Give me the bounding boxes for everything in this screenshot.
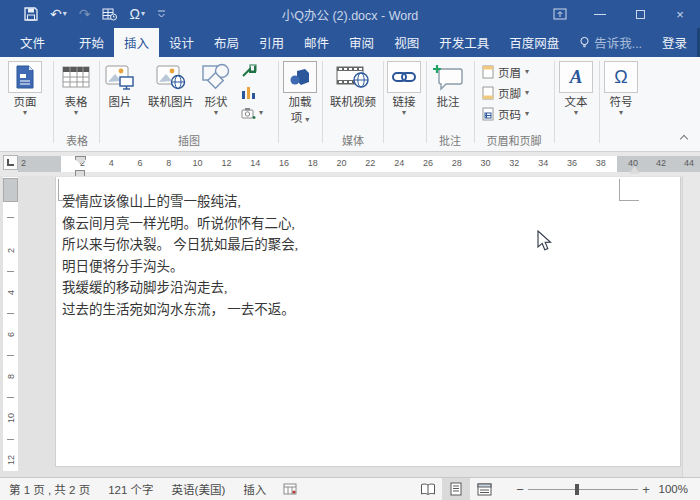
quick-access-toolbar: ↶ ▾ ↷ Ω ▾: [0, 1, 170, 27]
minimize-button[interactable]: [580, 0, 620, 28]
read-mode-button[interactable]: [414, 478, 442, 500]
symbol-caret-icon: ▾: [619, 109, 623, 117]
zoom-slider-track: [528, 489, 638, 490]
document-page[interactable]: 爱情应该像山上的雪一般纯洁,像云间月亮一样光明。听说你怀有二心,所以来与你决裂。…: [55, 177, 681, 467]
group-comments: 批注 批注: [428, 57, 472, 151]
customize-qat-button[interactable]: [153, 9, 170, 19]
macro-record-button[interactable]: [275, 483, 305, 495]
group-separator: [554, 61, 555, 143]
ruler-number: 4: [6, 271, 16, 313]
chart-button[interactable]: [241, 84, 256, 100]
insert-mode-indicator[interactable]: 插入: [234, 481, 275, 497]
vertical-ruler[interactable]: 24681012: [3, 177, 18, 471]
tab-review[interactable]: 审阅: [339, 28, 384, 57]
vertical-scrollbar[interactable]: [682, 176, 700, 477]
tell-me-box[interactable]: 告诉我...: [569, 28, 652, 57]
links-button[interactable]: 链接 ▾: [387, 61, 421, 117]
zoom-slider-thumb[interactable]: [575, 484, 579, 495]
illustrations-mini-buttons: ▾: [241, 63, 263, 121]
close-button[interactable]: ×: [660, 0, 700, 28]
text-button[interactable]: A 文本 ▾: [559, 61, 593, 117]
ruler-number: 40: [619, 158, 647, 168]
smartart-button[interactable]: [241, 63, 257, 79]
ruler-tick: [7, 355, 14, 356]
addins-label-line2-text: 项: [291, 112, 303, 124]
ruler-number: 12: [6, 439, 16, 477]
omega-icon: Ω: [129, 1, 139, 27]
picture-button[interactable]: 图片: [103, 61, 137, 109]
screenshot-caret-icon: ▾: [259, 109, 263, 117]
tab-baidu-netdisk[interactable]: 百度网盘: [499, 28, 569, 57]
tab-home[interactable]: 开始: [69, 28, 114, 57]
web-layout-button[interactable]: [470, 478, 498, 500]
paragraph[interactable]: 爱情应该像山上的雪一般纯洁,: [62, 191, 622, 213]
zoom-slider[interactable]: [528, 482, 638, 496]
paragraph[interactable]: 过去的生活宛如沟水东流， 一去不返。: [62, 299, 622, 321]
tab-stop-selector[interactable]: [3, 155, 18, 170]
page-indicator[interactable]: 第 1 页 , 共 2 页: [0, 481, 99, 497]
ruler-number: 20: [327, 158, 356, 168]
addins-caret-icon: ▾: [305, 115, 309, 124]
ruler-row: 2 2468101214161820222426283032343638 404…: [0, 152, 700, 176]
tab-references[interactable]: 引用: [249, 28, 294, 57]
collapse-ribbon-button[interactable]: [681, 136, 688, 143]
tab-developer[interactable]: 开发工具: [429, 28, 499, 57]
group-label-media: 媒体: [324, 132, 382, 148]
tab-insert[interactable]: 插入: [114, 28, 159, 57]
ruler-number: 42: [647, 158, 675, 168]
read-mode-icon: [420, 483, 436, 496]
tab-layout[interactable]: 布局: [204, 28, 249, 57]
addins-label-line2: 项 ▾: [291, 112, 310, 125]
undo-button[interactable]: ↶ ▾: [46, 1, 71, 27]
page-number-button[interactable]: 页码 ▾: [482, 106, 529, 122]
text-icon: A: [559, 61, 593, 93]
save-button[interactable]: [20, 7, 42, 21]
pages-button[interactable]: 页面 ▾: [8, 61, 42, 117]
zoom-in-button[interactable]: +: [638, 482, 654, 497]
language-indicator[interactable]: 英语(美国): [163, 481, 235, 497]
ruler-number: 44: [675, 158, 700, 168]
tab-file[interactable]: 文件: [10, 28, 55, 57]
header-button[interactable]: 页眉 ▾: [482, 64, 529, 80]
ruler-tick: [7, 313, 14, 314]
document-text[interactable]: 爱情应该像山上的雪一般纯洁,像云间月亮一样光明。听说你怀有二心,所以来与你决裂。…: [62, 191, 622, 321]
zoom-level[interactable]: 100%: [654, 483, 700, 495]
ribbon-display-options-button[interactable]: [540, 0, 580, 28]
print-layout-button[interactable]: [442, 478, 470, 500]
sign-in-button[interactable]: 登录: [652, 28, 697, 57]
smartart-icon: [241, 64, 257, 78]
page-number-caret-icon: ▾: [525, 110, 529, 118]
footer-button[interactable]: 页脚 ▾: [482, 85, 529, 101]
addins-button[interactable]: 加载 项 ▾: [283, 61, 317, 125]
paragraph[interactable]: 明日便将分手沟头。: [62, 256, 622, 278]
shapes-button[interactable]: 形状 ▾: [199, 61, 233, 117]
insert-table-button[interactable]: [98, 7, 121, 21]
new-comment-button[interactable]: 批注: [431, 61, 465, 109]
status-bar-right: − + 100%: [414, 478, 700, 500]
screenshot-icon: [241, 107, 257, 120]
word-count[interactable]: 121 个字: [99, 481, 162, 497]
footer-label: 页脚: [498, 85, 521, 101]
close-icon: ×: [676, 7, 684, 22]
online-pictures-button[interactable]: 联机图片: [143, 61, 199, 109]
online-video-icon: [336, 61, 370, 93]
group-text: A 文本 ▾: [557, 57, 597, 151]
tab-design[interactable]: 设计: [159, 28, 204, 57]
ruler-number: 28: [442, 158, 471, 168]
zoom-out-button[interactable]: −: [512, 482, 528, 497]
screenshot-button[interactable]: ▾: [241, 105, 263, 121]
tab-view[interactable]: 视图: [384, 28, 429, 57]
customize-qat-icon: [157, 9, 166, 19]
ribbon-tab-row: 文件 开始 插入 设计 布局 引用 邮件 审阅 视图 开发工具 百度网盘 告诉我…: [0, 28, 700, 57]
shapes-caret-icon: ▾: [214, 109, 218, 117]
paragraph[interactable]: 我缓缓的移动脚步沿沟走去,: [62, 277, 622, 299]
horizontal-ruler[interactable]: 2 2468101214161820222426283032343638 404…: [18, 156, 700, 172]
maximize-button[interactable]: [620, 0, 660, 28]
table-button[interactable]: 表格 ▾: [59, 61, 93, 117]
symbol-quick-button[interactable]: Ω ▾: [125, 1, 148, 27]
tab-mailings[interactable]: 邮件: [294, 28, 339, 57]
page-number-icon: [482, 107, 494, 121]
comment-label: 批注: [437, 96, 460, 109]
symbol-button[interactable]: Ω 符号 ▾: [604, 61, 638, 117]
online-video-button[interactable]: 联机视频: [325, 61, 381, 109]
